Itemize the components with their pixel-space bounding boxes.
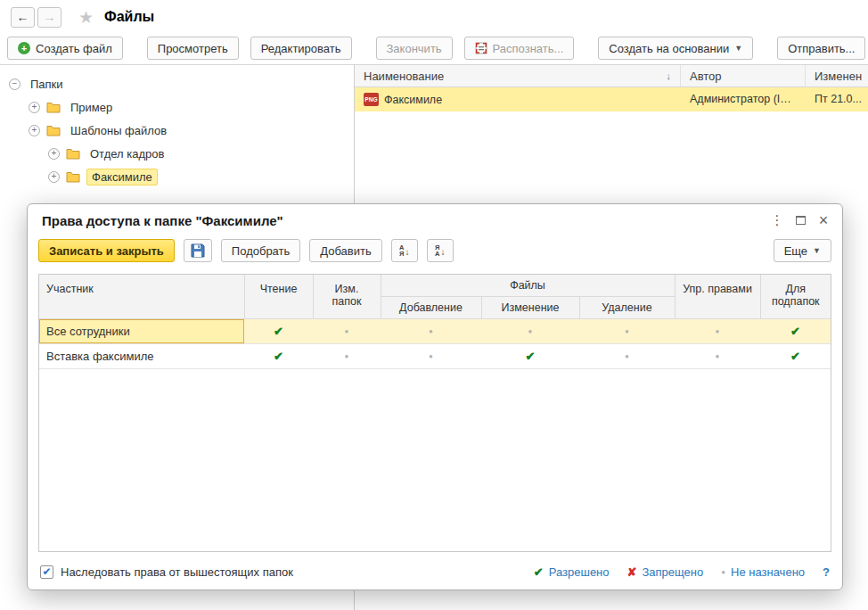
dialog-more-button[interactable] xyxy=(766,210,789,231)
perm-cell-folder-edit[interactable]: ● xyxy=(313,344,381,369)
forward-button[interactable] xyxy=(37,7,61,28)
perm-cell-subfolders[interactable]: ✔ xyxy=(760,319,831,344)
perm-cell-add[interactable]: ● xyxy=(381,344,481,369)
send-label: Отправить... xyxy=(788,42,855,55)
perm-cell-edit[interactable]: ● xyxy=(481,319,579,344)
rights-row[interactable]: Все сотрудники ✔ ● ● ● ● ● ✔ xyxy=(39,319,831,344)
tree-item-primer[interactable]: Пример xyxy=(0,95,354,119)
create-file-button[interactable]: Создать файл xyxy=(7,37,123,60)
pick-label: Подобрать xyxy=(232,244,290,258)
col-participant: Участник xyxy=(39,275,244,319)
create-based-on-label: Создать на основании xyxy=(609,42,729,55)
expand-icon[interactable] xyxy=(48,171,60,183)
more-label: Еще xyxy=(784,244,807,258)
check-icon: ✔ xyxy=(534,565,544,579)
perm-cell-manage[interactable]: ● xyxy=(675,319,760,344)
add-button[interactable]: Добавить xyxy=(309,239,381,262)
col-subfolders: Для подпапок xyxy=(760,275,831,319)
perm-cell-subfolders[interactable]: ✔ xyxy=(760,344,831,369)
rights-table: Участник Чтение Изм. папок Файлы Упр. пр… xyxy=(39,275,831,369)
expand-icon[interactable] xyxy=(29,102,40,113)
perm-cell-read[interactable]: ✔ xyxy=(244,344,313,369)
inherit-checkbox-label[interactable]: Наследовать права от вышестоящих папок xyxy=(61,565,293,579)
tree-item-faksimile[interactable]: Факсимиле xyxy=(0,165,354,188)
dot-icon: ● xyxy=(721,568,725,576)
save-icon-button[interactable] xyxy=(184,239,212,262)
recognize-button[interactable]: Распознать... xyxy=(464,37,575,60)
tree-item-file-templates[interactable]: Шаблоны файлов xyxy=(0,119,354,142)
tree-item-folders-root[interactable]: Папки xyxy=(0,72,354,95)
perm-cell-edit[interactable]: ✔ xyxy=(481,344,579,369)
add-label: Добавить xyxy=(320,244,371,258)
create-based-on-button[interactable]: Создать на основании xyxy=(598,37,753,60)
recognize-label: Распознать... xyxy=(493,42,564,55)
inherit-checkbox[interactable] xyxy=(40,565,53,579)
dialog-titlebar: Права доступа к папке "Факсимиле" xyxy=(28,204,842,236)
folder-icon xyxy=(66,171,80,183)
sort-asc-button[interactable] xyxy=(391,239,418,262)
edit-button[interactable]: Редактировать xyxy=(250,37,352,60)
more-button[interactable]: Еще xyxy=(774,239,831,262)
legend-denied-label: Запрещено xyxy=(642,565,703,579)
caret-down-icon xyxy=(813,246,821,255)
back-button[interactable] xyxy=(11,7,35,28)
tree-item-label: Отдел кадров xyxy=(86,145,168,162)
col-folder-edit: Изм. папок xyxy=(313,275,381,319)
kebab-icon xyxy=(771,212,784,228)
legend: ✔ Разрешено ✘ Запрещено ● Не назначено ? xyxy=(534,565,830,579)
perm-cell-read[interactable]: ✔ xyxy=(244,319,313,344)
participant-cell[interactable]: Все сотрудники xyxy=(39,319,244,344)
file-row[interactable]: PNG Факсимиле Администратор (IT - кл... … xyxy=(355,87,868,111)
legend-not-assigned-label: Не назначено xyxy=(731,565,805,579)
column-name-label: Наименование xyxy=(364,70,444,83)
perm-cell-folder-edit[interactable]: ● xyxy=(313,319,381,344)
close-icon xyxy=(819,211,829,230)
legend-not-assigned: ● Не назначено xyxy=(721,565,805,579)
send-button[interactable]: Отправить... xyxy=(777,37,865,60)
pick-button[interactable]: Подобрать xyxy=(221,239,300,262)
col-remove: Удаление xyxy=(579,297,675,319)
rights-row[interactable]: Вставка факсимиле ✔ ● ● ✔ ● ● ✔ xyxy=(39,344,831,369)
main-toolbar: Создать файл Просмотреть Редактировать З… xyxy=(0,34,868,67)
perm-cell-remove[interactable]: ● xyxy=(579,344,675,369)
tree-item-hr-department[interactable]: Отдел кадров xyxy=(0,142,354,165)
legend-allowed: ✔ Разрешено xyxy=(534,565,610,579)
col-add: Добавление xyxy=(381,297,481,319)
back-arrow-icon xyxy=(17,11,29,23)
dialog-footer: Наследовать права от вышестоящих папок ✔… xyxy=(28,554,842,589)
recognize-icon xyxy=(475,42,487,54)
col-read: Чтение xyxy=(244,275,313,319)
tree-item-label: Папки xyxy=(27,76,67,93)
perm-cell-remove[interactable]: ● xyxy=(579,319,675,344)
dialog-toolbar: Записать и закрыть Подобрать Добавить Ещ… xyxy=(28,236,842,262)
file-list-header: Наименование Автор Изменен xyxy=(355,65,868,87)
dialog-close-button[interactable] xyxy=(812,210,835,231)
favorite-star-icon[interactable] xyxy=(78,7,94,28)
column-header-name[interactable]: Наименование xyxy=(355,65,681,87)
save-and-close-button[interactable]: Записать и закрыть xyxy=(38,239,175,262)
column-header-modified[interactable]: Изменен xyxy=(806,65,868,87)
col-manage-rights: Упр. правами xyxy=(675,275,760,319)
file-author: Администратор (IT - кл... xyxy=(681,87,806,111)
plus-icon xyxy=(18,42,30,54)
sort-asc-icon xyxy=(399,244,409,258)
dialog-maximize-button[interactable] xyxy=(789,210,812,231)
folder-icon xyxy=(46,102,61,113)
column-header-author[interactable]: Автор xyxy=(681,65,806,87)
perm-cell-manage[interactable]: ● xyxy=(675,344,760,369)
expand-icon[interactable] xyxy=(29,125,40,136)
rights-grid: Участник Чтение Изм. папок Файлы Упр. пр… xyxy=(38,274,831,552)
column-modified-label: Изменен xyxy=(815,70,862,83)
file-name: Факсимиле xyxy=(384,94,442,106)
sort-desc-button[interactable] xyxy=(427,239,454,262)
participant-cell[interactable]: Вставка факсимиле xyxy=(39,344,244,369)
save-and-close-label: Записать и закрыть xyxy=(49,244,164,258)
png-file-icon: PNG xyxy=(364,93,379,106)
collapse-icon[interactable] xyxy=(9,78,20,90)
finish-label: Закончить xyxy=(387,42,442,55)
view-button[interactable]: Просмотреть xyxy=(147,37,239,60)
expand-icon[interactable] xyxy=(48,148,60,160)
help-link[interactable]: ? xyxy=(823,565,830,579)
finish-button[interactable]: Закончить xyxy=(376,37,453,60)
perm-cell-add[interactable]: ● xyxy=(381,319,481,344)
